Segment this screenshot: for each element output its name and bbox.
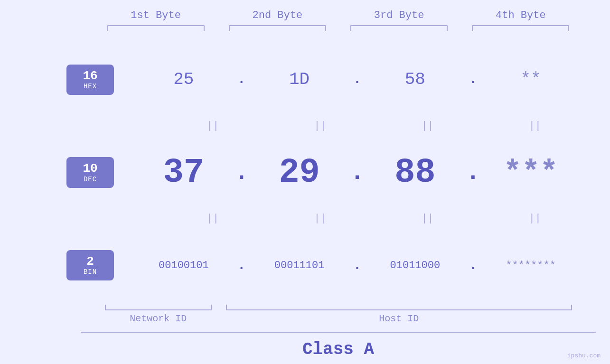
bin-byte-2-cell: 00011101 [249,260,350,271]
hex-values: 25 . 1D . 58 . ** [133,70,582,89]
bin-dot-1: . [235,258,249,273]
bin-base-text: BIN [84,268,97,276]
class-label: Class A [81,340,596,359]
dec-byte-1-cell: 37 [133,153,235,192]
main-container: 1st Byte 2nd Byte 3rd Byte 4th Byte 16 H… [0,0,610,364]
dec-dot-2: . [350,159,365,186]
bracket-cell-3 [338,25,460,31]
byte-header-2: 2nd Byte [216,9,338,25]
dec-byte-2: 29 [279,153,319,192]
hex-byte-3-cell: 58 [365,70,466,89]
bin-byte-1: 00100101 [159,260,209,271]
dec-byte-3-cell: 88 [365,153,466,192]
dec-values: 37 . 29 . 88 . *** [133,153,582,192]
dec-byte-3: 88 [394,153,435,192]
bin-values: 00100101 . 00011101 . 01011000 . *******… [133,258,582,273]
hex-base-text: HEX [84,83,97,90]
dec-byte-2-cell: 29 [249,153,350,192]
byte-header-4: 4th Byte [460,9,582,25]
equals-2-3: || [381,212,474,226]
hex-byte-1-cell: 25 [133,70,235,89]
byte-header-3: 3rd Byte [338,9,460,25]
equals-row-2: || || || || [133,212,582,226]
bracket-cell-1 [95,25,216,31]
watermark: ipshu.com [567,352,601,359]
bin-byte-1-cell: 00100101 [133,260,235,271]
hex-byte-2-cell: 1D [249,70,350,89]
hex-label: 16 HEX [66,65,114,95]
data-rows: 16 HEX 25 . 1D . 58 . ** [0,40,610,305]
equals-1-4: || [488,119,582,133]
dec-byte-1: 37 [163,153,204,192]
equals-2-2: || [273,212,366,226]
hex-dot-2: . [350,72,365,87]
dec-dot-3: . [466,159,480,186]
bracket-cell-2 [216,25,338,31]
bin-byte-4-cell: ******** [480,260,582,271]
dec-byte-4: *** [504,156,558,190]
byte-header-1: 1st Byte [95,9,216,25]
dec-dot-1: . [235,159,249,186]
dec-base-number: 10 [83,162,97,176]
bin-byte-3-cell: 01011000 [365,260,466,271]
bin-dot-2: . [350,258,365,273]
hex-byte-2: 1D [289,70,310,89]
hex-dot-3: . [466,72,480,87]
class-bracket-line [81,332,596,333]
hex-row: 16 HEX 25 . 1D . 58 . ** [66,40,582,119]
id-labels: Network ID Host ID [66,313,610,324]
hex-base-number: 16 [83,69,97,83]
dec-base-text: DEC [84,176,97,183]
bin-byte-3: 01011000 [390,260,441,271]
bracket-2 [229,25,326,31]
network-id-label: Network ID [105,313,212,324]
hex-byte-4: ** [521,70,541,89]
bin-dot-3: . [466,258,480,273]
bottom-section: Network ID Host ID [66,305,610,332]
bracket-4 [472,25,569,31]
equals-2-1: || [166,212,259,226]
host-id-label: Host ID [226,313,572,324]
equals-1-3: || [381,119,474,133]
dec-row: 10 DEC 37 . 29 . 88 . *** [66,133,582,212]
bottom-brackets [66,305,610,310]
bin-row: 2 BIN 00100101 . 00011101 . 01011000 . *… [66,226,582,305]
dec-byte-4-cell: *** [480,156,582,190]
bin-base-number: 2 [86,255,94,269]
bin-byte-4: ******** [506,260,556,271]
class-row: Class A [66,332,610,359]
bin-label: 2 BIN [66,250,114,281]
dec-label: 10 DEC [66,157,114,188]
bin-byte-2: 00011101 [274,260,325,271]
equals-1-2: || [273,119,366,133]
top-brackets [66,25,610,31]
hex-dot-1: . [235,72,249,87]
bracket-cell-4 [460,25,582,31]
hex-byte-3: 58 [405,70,425,89]
hex-byte-1: 25 [173,70,194,89]
equals-row-1: || || || || [133,119,582,133]
equals-1-1: || [166,119,259,133]
hex-byte-4-cell: ** [480,70,582,89]
host-id-bracket [226,305,572,310]
equals-2-4: || [488,212,582,226]
byte-headers: 1st Byte 2nd Byte 3rd Byte 4th Byte [66,9,610,25]
bracket-3 [350,25,448,31]
network-id-bracket [105,305,212,310]
bracket-1 [107,25,205,31]
